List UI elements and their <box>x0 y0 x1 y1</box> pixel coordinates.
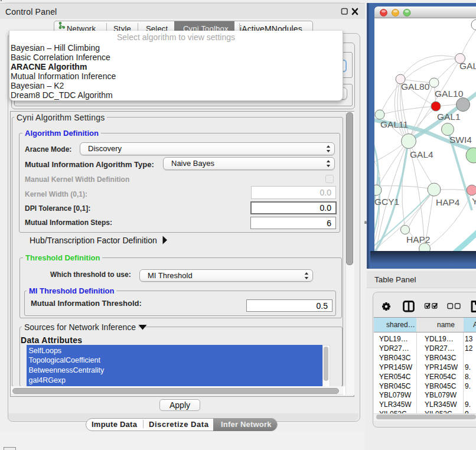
svg-text:GAL80: GAL80 <box>401 81 430 92</box>
svg-text:GAL: GAL <box>459 61 476 71</box>
svg-text:GAL4: GAL4 <box>410 149 433 159</box>
svg-text:Y: Y <box>472 196 476 206</box>
svg-text:HAP4: HAP4 <box>436 197 460 207</box>
svg-text:GAL1: GAL1 <box>437 112 461 122</box>
svg-text:SWI4: SWI4 <box>449 135 472 145</box>
svg-text:GAL11: GAL11 <box>380 119 408 129</box>
svg-text:GCY1: GCY1 <box>374 197 399 207</box>
svg-text:GAL10: GAL10 <box>435 89 464 99</box>
svg-text:HAP2: HAP2 <box>406 234 431 244</box>
